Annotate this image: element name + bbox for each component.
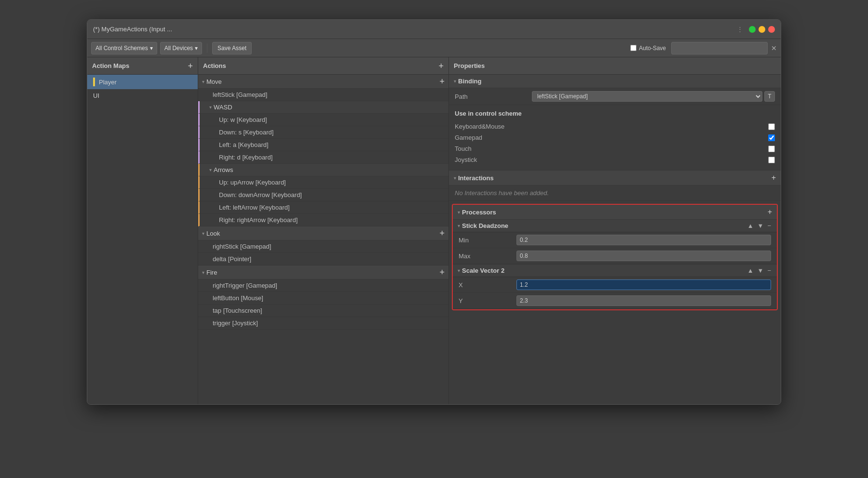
binding-right-arrow[interactable]: Right: rightArrow [Keyboard] xyxy=(198,214,448,226)
stick-deadzone-down-button[interactable]: ▼ xyxy=(757,222,765,229)
binding-righttrigger[interactable]: rightTrigger [Gamepad] xyxy=(198,279,448,292)
scale-vector2-y-row: Y xyxy=(453,293,777,309)
binding-down-arrow[interactable]: Down: downArrow [Keyboard] xyxy=(198,189,448,201)
window-dots: ⋮ xyxy=(737,26,744,33)
action-subgroup-wasd[interactable]: ▾ WASD xyxy=(198,101,448,114)
scheme-touch-row: Touch xyxy=(455,143,775,154)
path-dropdown[interactable]: leftStick [Gamepad] xyxy=(532,91,762,102)
properties-content: ▾ Binding Path leftStick [Gamepad] T Use… xyxy=(449,75,781,404)
processors-add-button[interactable]: + xyxy=(768,208,772,216)
stick-deadzone-title: Stick Deadzone xyxy=(462,222,746,229)
properties-panel: Properties ▾ Binding Path leftStick [Gam… xyxy=(449,57,781,404)
action-group-move-label: Move xyxy=(206,78,439,85)
action-map-item-player[interactable]: Player xyxy=(87,75,198,89)
scale-vector2-y-label: Y xyxy=(459,297,516,305)
interactions-empty-message: No Interactions have been added. xyxy=(449,186,781,201)
search-input[interactable] xyxy=(671,42,768,54)
window-title: (*) MyGameActions (Input ... xyxy=(93,26,737,33)
scheme-keyboard-row: Keyboard&Mouse xyxy=(455,121,775,132)
scale-vector2-down-button[interactable]: ▼ xyxy=(757,267,765,274)
auto-save-checkbox[interactable] xyxy=(630,45,637,51)
processors-section-header[interactable]: ▾ Processors + xyxy=(453,205,777,220)
action-maps-panel: Action Maps + Player UI xyxy=(87,57,198,404)
keyboard-mouse-checkbox[interactable] xyxy=(768,123,775,130)
actions-title: Actions xyxy=(203,62,226,69)
stick-deadzone-min-input[interactable] xyxy=(516,235,771,245)
binding-leftbutton[interactable]: leftButton [Mouse] xyxy=(198,292,448,305)
stick-deadzone-triangle-icon: ▾ xyxy=(458,223,460,228)
binding-left-a[interactable]: Left: a [Keyboard] xyxy=(198,139,448,151)
titlebar: (*) MyGameActions (Input ... ⋮ xyxy=(87,20,781,39)
arrows-triangle-icon: ▾ xyxy=(209,167,212,173)
binding-left-arrow[interactable]: Left: leftArrow [Keyboard] xyxy=(198,201,448,214)
stick-deadzone-remove-button[interactable]: − xyxy=(766,222,772,229)
minimize-button[interactable] xyxy=(759,26,765,33)
scale-vector2-x-input[interactable] xyxy=(516,279,771,290)
action-group-look[interactable]: ▾ Look + xyxy=(198,226,448,240)
binding-right-d[interactable]: Right: d [Keyboard] xyxy=(198,151,448,164)
action-group-move[interactable]: ▾ Move + xyxy=(198,75,448,89)
look-add-button[interactable]: + xyxy=(439,229,445,238)
path-label: Path xyxy=(455,93,532,100)
interactions-triangle-icon: ▾ xyxy=(454,175,456,181)
binding-down-s[interactable]: Down: s [Keyboard] xyxy=(198,126,448,139)
stick-deadzone-controls: ▲ ▼ − xyxy=(746,222,772,229)
interactions-add-button[interactable]: + xyxy=(772,173,776,182)
action-map-ui-label: UI xyxy=(93,92,99,99)
touch-checkbox[interactable] xyxy=(768,146,775,152)
actions-list: ▾ Move + leftStick [Gamepad] ▾ WASD Up: … xyxy=(198,75,448,404)
processor-scale-vector2: ▾ Scale Vector 2 ▲ ▼ − X xyxy=(453,265,777,309)
binding-delta[interactable]: delta [Pointer] xyxy=(198,253,448,266)
action-group-fire[interactable]: ▾ Fire + xyxy=(198,266,448,279)
action-group-look-label: Look xyxy=(206,230,439,237)
keyboard-mouse-label[interactable]: Keyboard&Mouse xyxy=(455,123,768,130)
auto-save-label[interactable]: Auto-Save xyxy=(639,45,666,52)
binding-trigger[interactable]: trigger [Joystick] xyxy=(198,317,448,330)
action-maps-list: Player UI xyxy=(87,75,198,404)
processors-section-title: Processors xyxy=(462,209,496,216)
scale-vector2-y-input[interactable] xyxy=(516,295,771,306)
look-triangle-icon: ▾ xyxy=(202,231,204,236)
stick-deadzone-min-row: Min xyxy=(453,232,777,248)
action-map-item-ui[interactable]: UI xyxy=(87,89,198,102)
move-triangle-icon: ▾ xyxy=(202,79,204,84)
window-controls xyxy=(749,26,775,33)
devices-dropdown[interactable]: All Devices ▾ xyxy=(160,42,202,54)
action-subgroup-arrows[interactable]: ▾ Arrows xyxy=(198,164,448,176)
interactions-section-header[interactable]: ▾ Interactions + xyxy=(449,171,781,186)
stick-deadzone-max-input[interactable] xyxy=(516,251,771,261)
action-maps-title: Action Maps xyxy=(92,62,129,69)
binding-up-arrow[interactable]: Up: upArrow [Keyboard] xyxy=(198,176,448,189)
save-asset-button[interactable]: Save Asset xyxy=(212,42,252,54)
scale-vector2-remove-button[interactable]: − xyxy=(766,267,772,274)
binding-rightstick[interactable]: rightStick [Gamepad] xyxy=(198,240,448,253)
joystick-checkbox[interactable] xyxy=(768,157,775,163)
move-add-button[interactable]: + xyxy=(439,77,445,86)
control-scheme-title: Use in control scheme xyxy=(455,110,775,117)
scale-vector2-title: Scale Vector 2 xyxy=(462,267,746,274)
scale-vector2-up-button[interactable]: ▲ xyxy=(746,267,755,274)
binding-section-header[interactable]: ▾ Binding xyxy=(449,75,781,88)
stick-deadzone-header: ▾ Stick Deadzone ▲ ▼ − xyxy=(453,220,777,232)
close-button[interactable] xyxy=(768,26,775,33)
actions-header: Actions + xyxy=(198,57,448,75)
path-t-button[interactable]: T xyxy=(764,91,775,102)
control-schemes-chevron: ▾ xyxy=(150,45,153,52)
fire-add-button[interactable]: + xyxy=(439,268,445,277)
actions-add-button[interactable]: + xyxy=(438,62,444,70)
action-binding-leftstick[interactable]: leftStick [Gamepad] xyxy=(198,89,448,101)
binding-tap[interactable]: tap [Touchscreen] xyxy=(198,305,448,317)
gamepad-checkbox[interactable] xyxy=(768,134,775,141)
main-area: Action Maps + Player UI Actions + xyxy=(87,57,781,404)
control-schemes-dropdown[interactable]: All Control Schemes ▾ xyxy=(91,42,157,54)
devices-label: All Devices xyxy=(164,45,193,52)
gamepad-label[interactable]: Gamepad xyxy=(455,134,768,141)
search-clear-icon[interactable]: ✕ xyxy=(771,44,777,52)
touch-label[interactable]: Touch xyxy=(455,145,768,152)
path-row: Path leftStick [Gamepad] T xyxy=(449,88,781,105)
stick-deadzone-up-button[interactable]: ▲ xyxy=(746,222,755,229)
maximize-button[interactable] xyxy=(749,26,756,33)
joystick-label[interactable]: Joystick xyxy=(455,156,768,163)
binding-up-w[interactable]: Up: w [Keyboard] xyxy=(198,114,448,126)
action-maps-add-button[interactable]: + xyxy=(188,62,193,70)
